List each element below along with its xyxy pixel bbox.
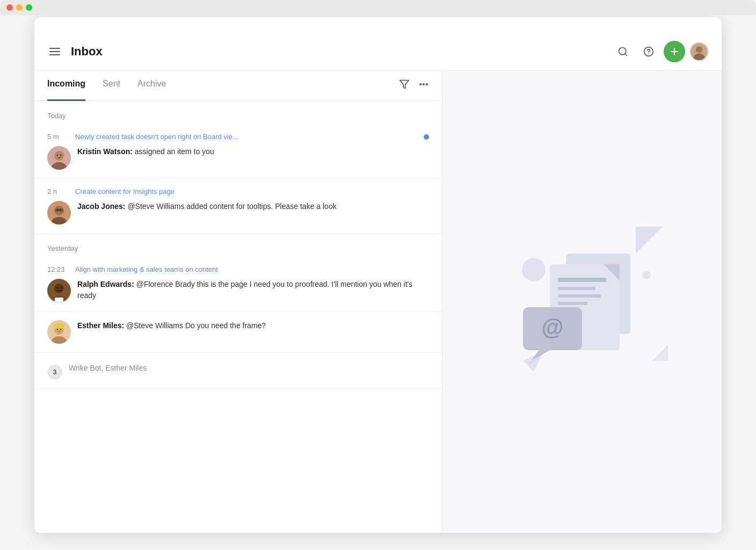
app-header: Inbox: [34, 32, 722, 71]
svg-point-27: [54, 284, 64, 293]
notif-task: Create content for Insights page: [75, 187, 429, 196]
svg-point-21: [57, 209, 58, 211]
notification-item[interactable]: Esther Miles: @Steve Williams Do you nee…: [34, 312, 442, 353]
tab-incoming[interactable]: Incoming: [47, 71, 85, 101]
user-avatar-button[interactable]: [689, 42, 709, 61]
section-yesterday: Yesterday: [34, 234, 442, 257]
notification-text: Kristin Watson: assigned an item to you: [77, 146, 214, 157]
sender-avatar: [47, 201, 71, 225]
message-text: assigned an item to you: [135, 147, 214, 156]
main-content: Incoming Sent Archive: [34, 71, 722, 533]
sender-name: Ralph Edwards:: [77, 280, 134, 288]
svg-rect-48: [558, 302, 587, 305]
section-today: Today: [34, 101, 442, 124]
svg-marker-9: [400, 81, 409, 89]
tabs-bar: Incoming Sent Archive: [34, 71, 442, 101]
svg-point-37: [60, 329, 61, 330]
sender-avatar: [47, 146, 71, 170]
notification-body: Esther Miles: @Steve Williams Do you nee…: [47, 320, 429, 344]
notif-time: 5 m: [47, 133, 71, 141]
search-button[interactable]: [612, 41, 634, 62]
filter-icon[interactable]: [399, 79, 410, 92]
notification-text: Ralph Edwards: @Florence Brady this is t…: [77, 279, 429, 301]
notification-body: 3 Wrike Bot, Esther Miles: [47, 361, 429, 380]
svg-point-11: [423, 84, 425, 85]
notif-time: 12:23: [47, 265, 71, 273]
notification-item[interactable]: 5 m Newly created task doesn't open righ…: [34, 124, 442, 179]
message-text: @Steve Williams added content for toolti…: [127, 202, 336, 211]
header-left: Inbox: [47, 45, 103, 59]
svg-rect-45: [558, 278, 606, 282]
svg-point-35: [54, 323, 64, 329]
svg-point-31: [60, 287, 61, 288]
svg-rect-29: [55, 298, 63, 302]
svg-line-1: [625, 53, 627, 55]
notif-task: Align with marketing & sales teams on co…: [75, 265, 429, 273]
notification-count: 3: [47, 365, 62, 380]
svg-text:@: @: [542, 315, 564, 340]
svg-point-10: [420, 84, 421, 85]
notification-meta: 2 h Create content for Insights page: [47, 187, 429, 196]
header-right: [612, 41, 709, 62]
sender-name: Jacob Jones:: [77, 202, 125, 211]
notification-list: Today 5 m Newly created task doesn't ope…: [34, 101, 442, 533]
svg-point-22: [60, 209, 61, 211]
notification-body: Ralph Edwards: @Florence Brady this is t…: [47, 279, 429, 302]
grouped-senders: Wrike Bot, Esther Miles: [69, 361, 429, 372]
sender-name: Kristin Watson:: [77, 147, 133, 156]
svg-point-38: [522, 258, 546, 281]
sender-avatar: [47, 320, 71, 344]
svg-rect-47: [558, 294, 601, 298]
notif-task: Newly created task doesn't open right on…: [75, 133, 419, 141]
tab-list: Incoming Sent Archive: [47, 71, 399, 101]
left-panel: Incoming Sent Archive: [34, 71, 442, 533]
sender-avatar: [47, 279, 71, 302]
tab-actions: [399, 79, 429, 92]
more-options-icon[interactable]: [418, 79, 429, 92]
notification-text: Jacob Jones: @Steve Williams added conte…: [77, 201, 337, 212]
right-panel-illustration: @: [442, 71, 722, 533]
notification-item[interactable]: 3 Wrike Bot, Esther Miles: [34, 353, 442, 389]
notification-meta: 5 m Newly created task doesn't open righ…: [47, 133, 429, 141]
svg-point-36: [57, 329, 58, 330]
notification-body: Jacob Jones: @Steve Williams added conte…: [47, 201, 429, 225]
message-text: @Steve Williams Do you need the frame?: [126, 321, 266, 330]
sender-name: Esther Miles:: [77, 321, 124, 330]
svg-point-14: [54, 151, 64, 161]
svg-point-7: [696, 46, 702, 53]
inbox-illustration: @: [480, 205, 684, 399]
unread-indicator: [424, 134, 429, 140]
notification-item[interactable]: 2 h Create content for Insights page: [34, 179, 442, 234]
menu-toggle-button[interactable]: [47, 46, 62, 57]
notification-text: Esther Miles: @Steve Williams Do you nee…: [77, 320, 266, 331]
svg-point-12: [426, 84, 428, 85]
help-button[interactable]: [638, 41, 659, 62]
notification-body: Kristin Watson: assigned an item to you: [47, 146, 429, 170]
notif-time: 2 h: [47, 187, 71, 196]
notification-meta: 12:23 Align with marketing & sales teams…: [47, 265, 429, 273]
tab-sent[interactable]: Sent: [103, 71, 120, 101]
add-button[interactable]: [664, 41, 685, 62]
page-title: Inbox: [71, 45, 103, 59]
svg-rect-46: [558, 287, 595, 290]
svg-point-17: [60, 155, 61, 156]
svg-point-30: [57, 287, 58, 288]
svg-point-16: [57, 155, 58, 156]
svg-point-39: [642, 271, 651, 279]
tab-archive[interactable]: Archive: [137, 71, 166, 101]
notification-item[interactable]: 12:23 Align with marketing & sales teams…: [34, 257, 442, 312]
app-window: Inbox: [34, 17, 722, 533]
